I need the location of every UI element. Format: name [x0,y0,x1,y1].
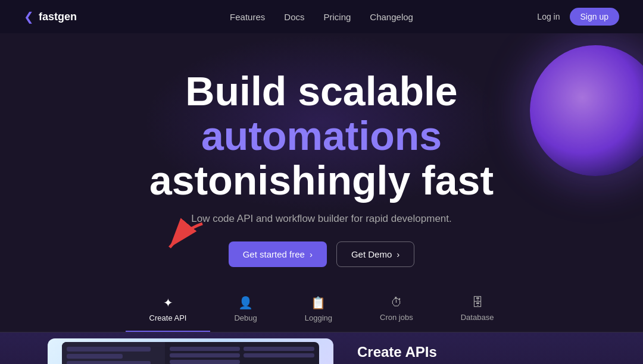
nav-links: Features Docs Pricing Changelog [230,12,413,22]
content-section: Create APIs 🔵 REST endpoints 🟢 Instant d… [0,332,643,364]
tab-database[interactable]: 🗄 Database [437,288,518,332]
signup-button[interactable]: Sign up [570,8,619,26]
create-api-icon: ✦ [163,296,173,310]
feature-tabs: ✦ Create API 👤 Debug 📋 Logging ⏱ Cron jo… [0,288,643,332]
panel-title: Create APIs [357,344,595,360]
ss-bar [67,361,151,364]
ss-chip [170,360,241,364]
nav-actions: Log in Sign up [537,8,619,26]
ss-chip [244,347,314,351]
get-demo-label: Get Demo [351,249,392,259]
login-button[interactable]: Log in [537,12,560,21]
tab-create-api[interactable]: ✦ Create API [126,288,211,332]
get-demo-arrow: › [397,249,399,259]
ss-col [170,347,241,364]
nav-link-features[interactable]: Features [230,12,265,22]
navbar: ❮ fastgen Features Docs Pricing Changelo… [0,0,643,33]
screenshot-area [48,338,333,364]
logo[interactable]: ❮ fastgen [24,10,77,24]
nav-link-changelog[interactable]: Changelog [370,12,413,22]
tab-logging-label: Logging [305,313,332,322]
tab-debug[interactable]: 👤 Debug [210,288,280,332]
get-started-arrow: › [310,249,313,259]
tab-database-label: Database [461,313,494,322]
hero-section: Build scalable automations astonishingly… [0,33,643,332]
nav-link-docs[interactable]: Docs [284,12,304,22]
ss-bar [67,347,151,352]
ss-bar [67,354,123,359]
cron-icon: ⏱ [391,296,402,309]
hero-title-purple-word: automations [201,113,442,158]
tab-create-api-label: Create API [149,313,187,322]
hero-title: Build scalable automations astonishingly… [83,69,560,202]
hero-title-white: Build scalable [185,68,457,114]
hero-title-line2: astonishingly fast [149,158,494,203]
get-started-label: Get started free [243,249,305,259]
database-icon: 🗄 [472,296,483,309]
tab-cron-label: Cron jobs [380,313,413,322]
screenshot-inner [62,342,319,364]
hero-subtitle: Low code API and workflow builder for ra… [191,213,452,225]
logo-text: fastgen [39,11,77,23]
ss-left-panel [62,342,165,364]
hero-buttons: Get started free › Get Demo › [229,241,415,267]
ss-chip [170,347,241,351]
tab-logging[interactable]: 📋 Logging [281,288,356,332]
get-started-button[interactable]: Get started free › [229,241,327,267]
get-demo-button[interactable]: Get Demo › [336,241,414,267]
ss-chip [244,353,314,357]
tab-cron-jobs[interactable]: ⏱ Cron jobs [356,288,437,332]
nav-link-pricing[interactable]: Pricing [323,12,351,22]
debug-icon: 👤 [238,296,253,310]
info-panel: Create APIs 🔵 REST endpoints 🟢 Instant d… [357,338,595,364]
ss-chip [170,353,241,357]
ss-right-panel [165,342,319,364]
logging-icon: 📋 [311,296,326,310]
logo-icon: ❮ [24,10,34,24]
ss-col [244,347,314,364]
tab-debug-label: Debug [234,313,257,322]
